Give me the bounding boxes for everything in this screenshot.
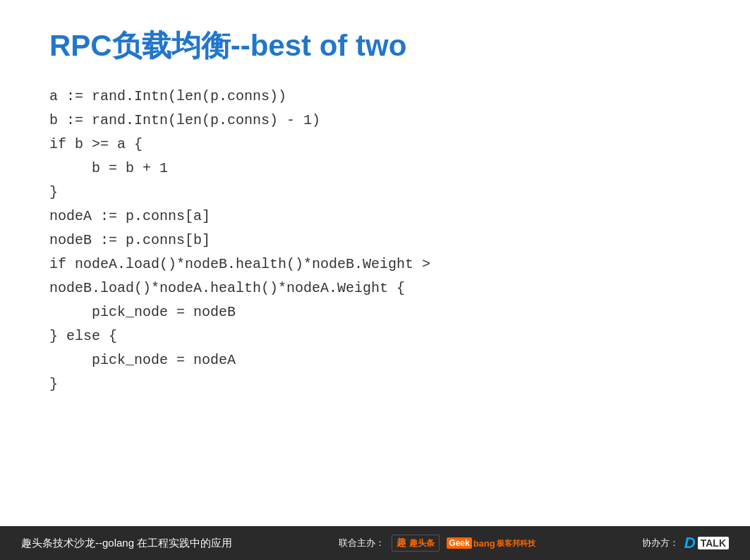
code-block: a := rand.Intn(len(p.conns))b := rand.In… [49,85,701,396]
code-line-1: b := rand.Intn(len(p.conns) - 1) [49,109,701,133]
main-content: RPC负载均衡--best of two a := rand.Intn(len(… [0,0,750,526]
code-line-11: pick_node = nodeA [49,348,701,372]
qutoutiao-text: 趣头条 [409,537,435,549]
footer-right: 协办方： D TALK [642,534,729,552]
cohost-label: 联合主办： [339,537,385,549]
code-line-9: pick_node = nodeB [49,300,701,324]
dtalk-d-icon: D [684,534,696,552]
code-line-4: } [49,181,701,205]
organizer-label: 协办方： [642,537,679,549]
footer-left-text: 趣头条技术沙龙--golang 在工程实践中的应用 [21,537,232,550]
dtalk-text: TALK [698,537,729,549]
q-icon: 趣 [397,537,406,549]
geekbang-logo: Geekbang极客邦科技 [447,537,535,549]
dtalk-logo: D TALK [684,534,729,552]
code-line-3: b = b + 1 [49,157,701,181]
code-line-7: if nodeA.load()*nodeB.health()*nodeB.Wei… [49,252,701,276]
code-line-12: } [49,372,701,396]
code-line-5: nodeA := p.conns[a] [49,205,701,229]
bang-text: bang [473,538,495,549]
geek-text: Geek [447,537,471,549]
geekbang-suffix: 极客邦科技 [497,538,536,549]
code-line-2: if b >= a { [49,133,701,157]
footer-center: 联合主办： 趣 趣头条 Geekbang极客邦科技 [339,535,535,552]
page-title: RPC负载均衡--best of two [49,28,701,63]
footer: 趣头条技术沙龙--golang 在工程实践中的应用 联合主办： 趣 趣头条 Ge… [0,526,750,560]
code-line-10: } else { [49,324,701,348]
code-line-6: nodeB := p.conns[b] [49,229,701,252]
code-line-8: nodeB.load()*nodeA.health()*nodeA.Weight… [49,276,701,300]
code-line-0: a := rand.Intn(len(p.conns)) [49,85,701,109]
qutoutiao-logo: 趣 趣头条 [392,535,440,552]
